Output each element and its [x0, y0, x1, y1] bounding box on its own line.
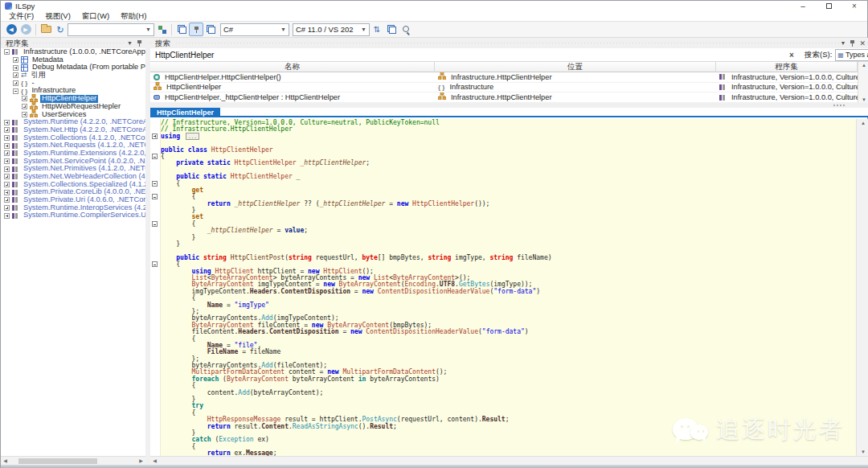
sort-az-icon: ⇅ — [374, 25, 380, 34]
expand-icon[interactable] — [13, 72, 18, 78]
close-button[interactable]: × — [841, 1, 867, 11]
clear-search-icon[interactable]: × — [785, 51, 798, 60]
result-row[interactable]: HttpClientHelper.HttpClientHelper()Infra… — [150, 72, 858, 83]
namespaces-toggle-button[interactable] — [154, 23, 169, 36]
code-token: = — [339, 328, 350, 335]
expand-icon[interactable] — [22, 96, 27, 101]
search-input[interactable]: HttpClientHelper — [150, 48, 785, 62]
sort-button[interactable]: ⇅ — [370, 23, 384, 36]
result-assembly-cell: Infrastructure, Version=1.0.0.0, Culture… — [716, 82, 858, 92]
expand-icon[interactable] — [4, 120, 10, 125]
code-token: = — [223, 302, 234, 309]
assembly-icon — [12, 158, 19, 165]
collapse-icon[interactable] — [4, 49, 10, 55]
fold-collapse-icon[interactable] — [152, 261, 158, 267]
forward-button[interactable]: ▶ — [18, 23, 33, 36]
column-header-assembly[interactable]: 程序集 — [716, 62, 858, 72]
code-token: imgType, — [455, 254, 489, 261]
expand-icon[interactable] — [4, 127, 10, 133]
code-token: class — [188, 146, 211, 154]
code-token: ) — [536, 288, 540, 295]
expand-icon[interactable] — [4, 158, 10, 164]
expand-icon[interactable] — [4, 213, 10, 219]
chevron-down-icon[interactable]: ▼ — [841, 40, 846, 46]
expand-icon[interactable] — [4, 205, 10, 211]
scroll-down-icon[interactable]: ▼ — [858, 97, 868, 102]
properties-button[interactable] — [384, 23, 399, 36]
code-horizontal-scrollbar[interactable]: ◀ — [150, 456, 868, 465]
restore-button[interactable] — [816, 1, 841, 11]
expand-icon[interactable] — [4, 197, 10, 203]
expand-icon[interactable] — [13, 57, 18, 63]
search-button[interactable] — [399, 23, 413, 36]
close-icon[interactable]: ✕ — [859, 39, 866, 47]
result-row[interactable]: HttpClientHelper{ }InfrastructureInfrast… — [150, 83, 858, 93]
expand-icon[interactable] — [4, 182, 10, 187]
scrollbar-thumb[interactable] — [18, 458, 97, 464]
pin-icon[interactable] — [850, 39, 855, 47]
scroll-up-icon[interactable]: ▲ — [858, 63, 868, 68]
language-combo[interactable]: C# ▼ — [220, 23, 289, 36]
tree-item[interactable]: Debug Metadata (From portable PDB) — [1, 64, 145, 72]
refresh-button[interactable]: ↻ — [53, 23, 68, 36]
tree-horizontal-scrollbar[interactable]: ◀ ▶ — [1, 456, 145, 465]
results-vertical-scrollbar[interactable]: ▲ ▼ — [858, 62, 868, 103]
menu-item[interactable]: 文件(F) — [3, 11, 39, 22]
tree-item[interactable]: System.Runtime.CompilerServices.Unsafe (… — [1, 211, 145, 220]
expand-icon[interactable] — [4, 143, 10, 149]
code-token: ; — [366, 159, 370, 166]
code-vertical-scrollbar[interactable]: ▲ ▼ — [856, 119, 868, 456]
collapse-icon[interactable] — [13, 88, 18, 94]
expand-icon[interactable] — [22, 104, 27, 109]
code-token: HttpClientHelper — [211, 146, 273, 154]
back-button[interactable]: ◀ — [4, 23, 18, 36]
code-line: set — [161, 214, 856, 220]
code-token: static — [203, 173, 231, 180]
search-panel-title: 搜索 — [152, 38, 174, 48]
fold-expand-icon[interactable] — [152, 133, 158, 139]
chevron-down-icon[interactable]: ▼ — [127, 40, 133, 46]
expand-icon[interactable] — [4, 174, 10, 179]
scroll-up-icon[interactable]: ▲ — [857, 121, 868, 125]
fold-collapse-icon[interactable] — [152, 194, 158, 199]
pin-pane-toggle[interactable] — [189, 23, 203, 36]
expand-icon[interactable] — [4, 150, 10, 156]
pin-icon[interactable] — [137, 39, 142, 47]
tree-item[interactable]: Infrastructure (1.0.0.0, .NETCoreApp, v3… — [1, 48, 145, 56]
expand-icon[interactable] — [13, 80, 18, 86]
column-header-location[interactable]: 位置 — [435, 62, 716, 72]
compare-button[interactable] — [203, 23, 218, 36]
fold-collapse-icon[interactable] — [152, 221, 158, 227]
result-name: HttpClientHelper.HttpClientHelper() — [165, 72, 281, 82]
namespace-icon: { } — [21, 88, 27, 95]
fold-collapse-icon[interactable] — [152, 154, 158, 159]
minimize-button[interactable]: – — [790, 1, 816, 11]
expand-icon[interactable] — [4, 135, 10, 141]
language-version-combo[interactable]: C# 11.0 / VS 202 ▼ — [293, 23, 370, 36]
expand-icon[interactable] — [4, 166, 10, 172]
expand-icon[interactable] — [22, 112, 27, 117]
results-header: 名称位置程序集 — [150, 62, 858, 72]
code-line: try — [161, 403, 856, 409]
code-line: return result.Content.ReadAsStringAsync(… — [161, 424, 856, 430]
scroll-down-icon[interactable]: ▼ — [857, 450, 868, 454]
code-token: ByteArrayContent — [227, 376, 293, 383]
open-file-button[interactable] — [39, 23, 53, 36]
column-header-name[interactable]: 名称 — [150, 62, 435, 72]
code-token: fileName) — [517, 254, 551, 261]
menu-item[interactable]: 窗口(W) — [76, 11, 115, 22]
expand-icon[interactable] — [4, 190, 10, 195]
expand-icon[interactable] — [13, 65, 18, 71]
new-window-button[interactable] — [174, 23, 189, 36]
result-row[interactable]: HttpClientHelper._httpClientHelper : Htt… — [150, 92, 858, 103]
code-token: ; — [506, 416, 510, 423]
search-mode-combo[interactable]: ▦ Types an ▼ — [835, 49, 868, 61]
assembly-icon — [12, 212, 19, 220]
code-line: get — [161, 187, 856, 194]
menu-item[interactable]: 视图(V) — [39, 11, 76, 22]
code-tab[interactable]: HttpClientHelper — [150, 108, 220, 117]
fold-collapse-icon[interactable] — [152, 181, 158, 187]
menu-item[interactable]: 帮助(H) — [115, 11, 152, 22]
assembly-filter-combo[interactable]: ▼ — [68, 23, 154, 36]
tree-item[interactable]: ⇄引用 — [1, 72, 145, 80]
